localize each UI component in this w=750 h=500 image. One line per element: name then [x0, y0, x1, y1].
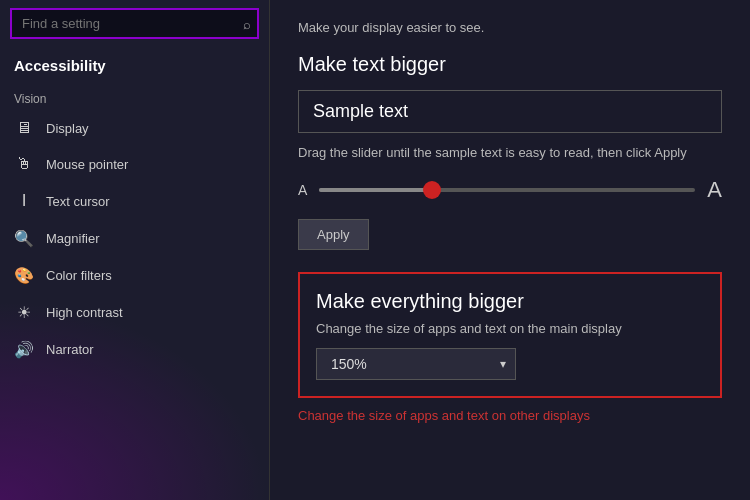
sidebar-item-mouse-pointer[interactable]: 🖱 Mouse pointer [0, 146, 269, 182]
make-text-bigger-title: Make text bigger [298, 53, 722, 76]
text-size-slider[interactable] [319, 188, 695, 192]
display-icon: 🖥 [14, 119, 34, 137]
make-everything-bigger-title: Make everything bigger [316, 290, 704, 313]
slider-thumb[interactable] [423, 181, 441, 199]
sidebar-item-label-narrator: Narrator [46, 342, 94, 357]
sidebar-item-label-high-contrast: High contrast [46, 305, 123, 320]
slider-instruction: Drag the slider until the sample text is… [298, 143, 722, 163]
make-everything-bigger-section: Make everything bigger Change the size o… [298, 272, 722, 398]
color-filters-icon: 🎨 [14, 266, 34, 285]
text-cursor-icon: I [14, 191, 34, 211]
apply-button[interactable]: Apply [298, 219, 369, 250]
sidebar-item-color-filters[interactable]: 🎨 Color filters [0, 257, 269, 294]
text-size-slider-row: A A [298, 177, 722, 203]
display-scale-dropdown[interactable]: 100% 125% 150% 175% 200% [316, 348, 516, 380]
mouse-pointer-icon: 🖱 [14, 155, 34, 173]
sidebar-item-display[interactable]: 🖥 Display [0, 110, 269, 146]
page-subtitle: Make your display easier to see. [298, 20, 722, 35]
sidebar: ⌕ Accessibility Vision 🖥 Display 🖱 Mouse… [0, 0, 270, 500]
sidebar-item-label-mouse-pointer: Mouse pointer [46, 157, 128, 172]
display-scale-dropdown-wrapper[interactable]: 100% 125% 150% 175% 200% ▾ [316, 348, 516, 380]
high-contrast-icon: ☀ [14, 303, 34, 322]
slider-min-label: A [298, 182, 307, 198]
sidebar-item-label-magnifier: Magnifier [46, 231, 99, 246]
slider-fill [319, 188, 432, 192]
narrator-icon: 🔊 [14, 340, 34, 359]
main-content: Make your display easier to see. Make te… [270, 0, 750, 500]
sidebar-item-label-color-filters: Color filters [46, 268, 112, 283]
sidebar-item-text-cursor[interactable]: I Text cursor [0, 182, 269, 220]
other-displays-text: Change the size of apps and text on othe… [298, 408, 722, 423]
search-box[interactable]: ⌕ [10, 8, 259, 39]
sidebar-item-label-display: Display [46, 121, 89, 136]
sidebar-title: Accessibility [0, 47, 269, 80]
search-icon: ⌕ [243, 16, 251, 31]
sample-text-display: Sample text [298, 90, 722, 133]
sidebar-item-high-contrast[interactable]: ☀ High contrast [0, 294, 269, 331]
sidebar-item-narrator[interactable]: 🔊 Narrator [0, 331, 269, 368]
vision-section-label: Vision [0, 80, 269, 110]
make-everything-bigger-desc: Change the size of apps and text on the … [316, 321, 704, 336]
magnifier-icon: 🔍 [14, 229, 34, 248]
search-input[interactable] [10, 8, 259, 39]
sidebar-item-label-text-cursor: Text cursor [46, 194, 110, 209]
sidebar-item-magnifier[interactable]: 🔍 Magnifier [0, 220, 269, 257]
slider-max-label: A [707, 177, 722, 203]
